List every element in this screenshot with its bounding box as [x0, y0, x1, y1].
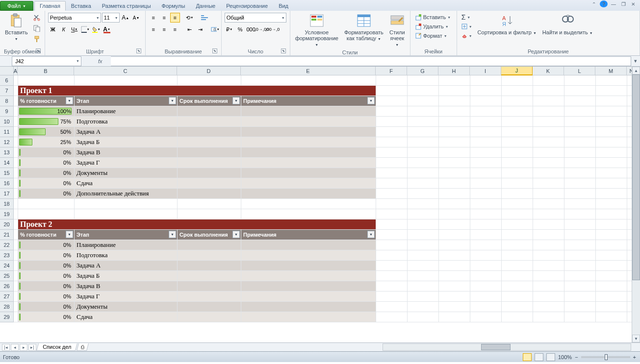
close-icon[interactable]: ✕ [629, 0, 637, 7]
column-header[interactable]: M [595, 67, 627, 75]
cell[interactable] [408, 75, 439, 86]
cell[interactable] [564, 189, 596, 199]
cell[interactable] [596, 147, 627, 158]
cell[interactable]: Задача Г [75, 291, 178, 302]
row-header[interactable]: 10 [0, 117, 14, 127]
cell[interactable] [470, 281, 502, 291]
align-center-button[interactable]: ≡ [159, 24, 169, 34]
cell[interactable] [533, 209, 564, 219]
cell[interactable] [178, 158, 241, 168]
cell[interactable] [470, 271, 502, 281]
cell[interactable] [502, 271, 533, 281]
zoom-out-button[interactable]: − [575, 354, 578, 360]
ribbon-tab-5[interactable]: Рецензирование [221, 1, 273, 11]
cell[interactable] [75, 75, 178, 86]
row-header[interactable]: 7 [0, 86, 14, 96]
cell[interactable] [14, 158, 18, 168]
cell[interactable] [564, 250, 596, 261]
cell[interactable] [178, 117, 241, 127]
cell[interactable] [178, 291, 241, 302]
cell[interactable]: Подготовка [75, 117, 178, 127]
cell[interactable] [564, 75, 596, 86]
cell[interactable] [470, 106, 502, 117]
cell[interactable] [439, 117, 470, 127]
align-left-button[interactable]: ≡ [149, 24, 158, 34]
cell[interactable] [502, 302, 533, 312]
cell[interactable] [439, 147, 470, 158]
cell[interactable] [439, 219, 470, 230]
merge-button[interactable]: a▼ [210, 24, 220, 34]
cell[interactable]: Задача В [75, 147, 178, 158]
cell[interactable] [564, 158, 596, 168]
row-header[interactable]: 16 [0, 178, 14, 189]
cell[interactable] [376, 127, 408, 137]
cell[interactable] [376, 178, 408, 189]
cell[interactable] [376, 147, 408, 158]
cell[interactable] [376, 86, 408, 96]
cell[interactable] [596, 75, 627, 86]
zoom-level[interactable]: 100% [558, 354, 572, 360]
clear-button[interactable]: ▼ [460, 31, 474, 40]
ribbon-tab-4[interactable]: Данные [190, 1, 221, 11]
cell[interactable]: Сдача [75, 312, 178, 322]
column-header[interactable]: I [470, 67, 501, 75]
cell[interactable] [533, 86, 564, 96]
file-tab[interactable]: Файл ▼ [0, 1, 33, 11]
cell[interactable] [533, 168, 564, 178]
cell[interactable] [564, 178, 596, 189]
cell[interactable] [439, 75, 470, 86]
cell[interactable] [564, 261, 596, 271]
cell[interactable] [596, 281, 627, 291]
row-header[interactable]: 21 [0, 230, 14, 240]
cell[interactable]: Срок выполнения▼ [178, 230, 241, 240]
cell[interactable] [376, 199, 408, 209]
cell[interactable] [376, 96, 408, 106]
cell[interactable]: 0% [18, 261, 75, 271]
cell[interactable] [439, 240, 470, 250]
cell[interactable]: Этап▼ [75, 230, 178, 240]
cell[interactable] [470, 209, 502, 219]
border-button[interactable]: ▼ [80, 24, 90, 34]
cell[interactable] [502, 147, 533, 158]
help-icon[interactable]: ? [600, 0, 608, 7]
cell[interactable] [75, 199, 178, 209]
filter-button[interactable]: ▼ [66, 231, 73, 238]
cell[interactable] [376, 117, 408, 127]
cell[interactable] [14, 168, 18, 178]
cell[interactable] [376, 158, 408, 168]
ribbon-tab-6[interactable]: Вид [273, 1, 294, 11]
cell[interactable] [533, 261, 564, 271]
cell[interactable]: Примечания▼ [241, 96, 376, 106]
cell[interactable] [596, 127, 627, 137]
cell[interactable] [241, 199, 376, 209]
cell[interactable] [533, 117, 564, 127]
row-header[interactable]: 17 [0, 189, 14, 199]
cell[interactable] [439, 281, 470, 291]
row-header[interactable]: 9 [0, 106, 14, 117]
cell[interactable] [439, 189, 470, 199]
cell[interactable] [596, 219, 627, 230]
cell[interactable] [408, 209, 439, 219]
sheet-nav-next[interactable]: ▸ [20, 344, 27, 351]
cell[interactable]: 0% [18, 189, 75, 199]
decrease-indent-button[interactable]: ⇤ [185, 24, 195, 34]
cell[interactable] [596, 271, 627, 281]
cell[interactable]: Сдача [75, 178, 178, 189]
cell[interactable] [14, 96, 18, 106]
formula-expand-button[interactable]: ▾ [631, 58, 640, 64]
orientation-button[interactable]: ⟲▼ [185, 13, 195, 23]
filter-button[interactable]: ▼ [232, 231, 240, 238]
cell[interactable] [241, 189, 376, 199]
cell[interactable] [14, 137, 18, 147]
row-header[interactable]: 6 [0, 75, 14, 86]
cell[interactable] [178, 209, 241, 219]
cell[interactable] [502, 168, 533, 178]
cell[interactable] [596, 230, 627, 240]
cell[interactable] [533, 281, 564, 291]
cell[interactable] [564, 199, 596, 209]
cell[interactable] [596, 96, 627, 106]
cell[interactable] [564, 96, 596, 106]
filter-button[interactable]: ▼ [232, 97, 240, 104]
cell-styles-button[interactable]: Стили ячеек ▼ [387, 12, 407, 49]
cell[interactable] [178, 106, 241, 117]
